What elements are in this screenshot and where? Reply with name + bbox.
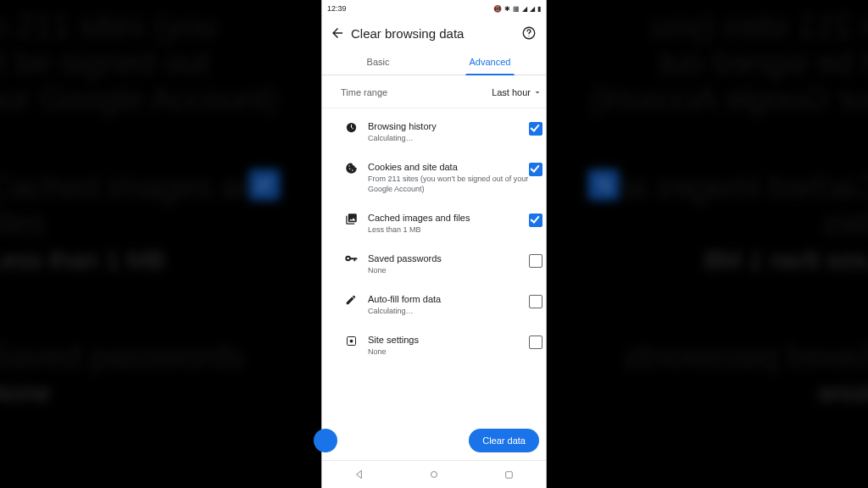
status-bar: 12:39 📵✱▦◢◢▮ [322, 0, 546, 16]
data-type-list: Browsing historyCalculating…Cookies and … [322, 108, 546, 366]
list-item[interactable]: Site settingsNone [322, 325, 546, 366]
chevron-down-icon [532, 87, 542, 97]
nav-back-icon[interactable] [353, 469, 365, 480]
item-subtitle: Calculating… [368, 307, 529, 317]
svg-point-8 [431, 472, 437, 478]
item-subtitle: None [368, 347, 529, 358]
cookie-icon [339, 161, 363, 175]
item-checkbox[interactable] [529, 122, 544, 136]
nav-recent-icon[interactable] [504, 469, 515, 480]
edit-icon [339, 293, 363, 306]
item-checkbox[interactable] [529, 254, 544, 268]
images-icon [339, 212, 363, 225]
settings-app-icon [339, 334, 363, 347]
list-item[interactable]: Saved passwordsNone [322, 244, 546, 285]
nav-home-icon[interactable] [428, 469, 440, 480]
system-nav-bar [322, 460, 546, 488]
item-subtitle: From 211 sites (you won't be signed out … [368, 175, 529, 194]
item-title: Cached images and files [368, 212, 529, 224]
item-checkbox[interactable] [529, 336, 544, 349]
back-button[interactable] [326, 21, 349, 45]
phone-frame: 12:39 📵✱▦◢◢▮ Clear browsing data Basic A… [322, 0, 546, 488]
help-button[interactable] [519, 23, 539, 43]
svg-point-7 [349, 339, 353, 342]
time-range-selector[interactable]: Time range Last hour [322, 75, 546, 108]
time-range-value: Last hour [492, 87, 531, 97]
item-subtitle: Less than 1 MB [368, 225, 529, 236]
svg-point-5 [348, 165, 349, 166]
tab-advanced[interactable]: Advanced [434, 50, 546, 75]
clock-icon [339, 120, 363, 134]
svg-point-3 [348, 168, 350, 169]
svg-point-1 [528, 36, 529, 36]
list-item[interactable]: Cached images and filesLess than 1 MB [322, 203, 546, 244]
tabs: Basic Advanced [322, 50, 546, 75]
key-icon [339, 252, 363, 267]
clear-data-button[interactable]: Clear data [469, 429, 539, 452]
item-checkbox[interactable] [529, 163, 544, 176]
page-title: Clear browsing data [351, 26, 519, 41]
item-title: Auto-fill form data [368, 293, 529, 305]
item-title: Site settings [368, 334, 529, 346]
status-indicators: 📵✱▦◢◢▮ [493, 5, 541, 13]
svg-rect-9 [506, 471, 513, 478]
time-range-label: Time range [341, 87, 387, 97]
app-bar: Clear browsing data [322, 16, 546, 50]
tab-basic[interactable]: Basic [322, 50, 434, 75]
svg-point-4 [352, 169, 353, 171]
list-item[interactable]: Browsing historyCalculating… [322, 112, 546, 152]
item-title: Cookies and site data [368, 161, 529, 173]
item-checkbox[interactable] [529, 214, 544, 227]
partial-fab[interactable] [314, 429, 337, 452]
item-title: Saved passwords [368, 252, 529, 264]
item-subtitle: Calculating… [368, 134, 529, 144]
list-item[interactable]: Auto-fill form dataCalculating… [322, 285, 546, 325]
status-time: 12:39 [327, 4, 347, 13]
item-checkbox[interactable] [529, 295, 544, 308]
list-item[interactable]: Cookies and site dataFrom 211 sites (you… [322, 152, 546, 203]
item-title: Browsing history [368, 120, 529, 132]
item-subtitle: None [368, 266, 529, 276]
